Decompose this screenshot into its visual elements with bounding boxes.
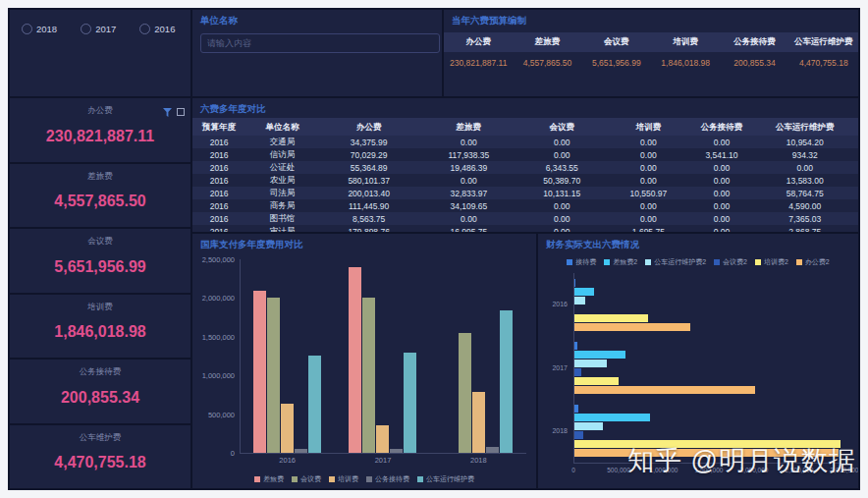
kpi-card-3: 会议费5,651,956.99 xyxy=(10,229,190,293)
legend-item-培训费2[interactable]: 培训费2 xyxy=(755,257,788,267)
kpi-card-2: 差旅费4,557,865.50 xyxy=(10,164,190,228)
table-row[interactable]: 2016农业局580,101.370.0050,389.700.000.0013… xyxy=(192,174,858,187)
year-radio-2018[interactable]: 2018 xyxy=(22,24,57,34)
kpi-value: 5,651,956.99 xyxy=(54,248,145,293)
legend-label: 培训费 xyxy=(338,474,358,484)
table-cell: 0.00 xyxy=(691,199,751,212)
table-cell: 0.00 xyxy=(691,136,751,148)
bar-会议费-2018[interactable] xyxy=(459,333,471,453)
year-radio-2016[interactable]: 2016 xyxy=(139,24,175,34)
bar-会议费-2017[interactable] xyxy=(362,298,375,453)
bar-接待费-2018[interactable] xyxy=(574,405,578,413)
bar-差旅费2-2017[interactable] xyxy=(574,351,625,359)
radio-circle-icon xyxy=(139,24,150,34)
table-cell: 55,364.89 xyxy=(319,161,419,174)
kpi-value: 4,557,865.50 xyxy=(54,183,145,228)
bar-公车运行维护费2-2018[interactable] xyxy=(574,422,603,430)
table-cell: 3,541.10 xyxy=(691,148,751,161)
y-category-label: 2017 xyxy=(540,364,568,371)
table-cell: 4,590.00 xyxy=(751,199,858,212)
bar-会议费2-2017[interactable] xyxy=(574,368,581,376)
table-cell: 交通局 xyxy=(245,136,319,148)
legend-item-培训费[interactable]: 培训费 xyxy=(329,474,358,484)
page: 201820172016 单位名称 当年六费预算编制 办公费差旅费会议费培训费公… xyxy=(0,0,868,498)
bar-公车运行维护费2-2016[interactable] xyxy=(574,297,585,304)
bar-差旅费-2017[interactable] xyxy=(349,267,361,453)
table-col-header: 单位名称 xyxy=(245,118,319,136)
kpi-label: 办公费 xyxy=(87,105,113,117)
bar-培训费-2018[interactable] xyxy=(472,392,485,453)
table-cell: 32,833.97 xyxy=(419,187,519,199)
kpi-label: 会议费 xyxy=(87,236,113,248)
bar-差旅费2-2016[interactable] xyxy=(574,288,594,296)
budget-value: 5,651,956.99 xyxy=(582,52,651,74)
table-col-header: 预算年度 xyxy=(192,118,245,136)
filter-funnel-icon[interactable] xyxy=(163,103,172,121)
watermark: 知乎 @明月说数据 xyxy=(627,443,856,478)
table-cell: 2016 xyxy=(192,136,245,148)
table-cell: 司法局 xyxy=(245,187,319,199)
legend-item-接待费[interactable]: 接待费 xyxy=(567,257,596,267)
bar-公务接待费-2016[interactable] xyxy=(295,449,307,453)
legend-swatch xyxy=(567,259,572,265)
bar-公车运行维护费-2018[interactable] xyxy=(500,310,513,453)
kpi-label: 公务接待费 xyxy=(80,366,122,378)
table-row[interactable]: 2016交通局34,375.990.000.000.000.0010,954.2… xyxy=(192,136,858,148)
table-cell: 34,375.99 xyxy=(319,136,419,148)
treasury-payment-chart-panel: 国库支付多年度费用对比 0500,0001,000,0001,500,0002,… xyxy=(192,234,536,488)
bar-办公费2-2017[interactable] xyxy=(574,386,755,394)
table-row[interactable]: 2016公证处55,364.8919,486.396,343.550.000.0… xyxy=(192,161,858,174)
bar-公车运行维护费2-2017[interactable] xyxy=(574,360,607,367)
legend-item-差旅费[interactable]: 差旅费 xyxy=(254,474,284,484)
table-row[interactable]: 2016商务局111,445.9034,109.650.000.000.004,… xyxy=(192,199,858,212)
y-category-label: 2016 xyxy=(540,301,568,307)
bar-会议费2-2018[interactable] xyxy=(574,431,583,439)
table-row[interactable]: 2016信访局70,029.29117,938.350.000.003,541.… xyxy=(192,148,858,161)
bar-培训费2-2017[interactable] xyxy=(574,377,619,385)
bar-会议费-2016[interactable] xyxy=(267,298,280,453)
kpi-card-1: 办公费230,821,887.11 xyxy=(10,98,190,162)
bar-差旅费-2016[interactable] xyxy=(253,291,266,453)
table-cell: 10,131.15 xyxy=(518,187,605,199)
bar-接待费-2016[interactable] xyxy=(574,279,575,287)
bar-公车运行维护费-2016[interactable] xyxy=(308,356,321,453)
bar-差旅费2-2018[interactable] xyxy=(574,414,650,421)
unit-name-input[interactable] xyxy=(200,33,440,53)
chart-legend: 接待费差旅费2公车运行维护费2会议费2培训费2办公费2 xyxy=(538,257,858,267)
legend-item-差旅费2[interactable]: 差旅费2 xyxy=(604,257,637,267)
kpi-label: 公车维护费 xyxy=(80,432,122,444)
legend-label: 公车运行维护费 xyxy=(426,474,474,484)
table-row[interactable]: 2016审计局179,898.7616,995.750.001,695.750.… xyxy=(192,225,858,232)
bar-办公费2-2016[interactable] xyxy=(574,323,690,331)
table-cell: 0.00 xyxy=(691,187,751,199)
legend-item-办公费2[interactable]: 办公费2 xyxy=(796,257,830,267)
table-cell: 0.00 xyxy=(605,199,691,212)
table-cell: 图书馆 xyxy=(245,212,319,225)
table-cell: 934.32 xyxy=(751,148,858,161)
kpi-value: 230,821,887.11 xyxy=(46,117,154,162)
kpi-value: 1,846,018.98 xyxy=(54,313,145,359)
legend-item-会议费2[interactable]: 会议费2 xyxy=(714,257,747,267)
table-row[interactable]: 2016图书馆8,563.750.000.000.000.007,365.03 xyxy=(192,212,858,225)
legend-label: 培训费2 xyxy=(764,257,788,267)
table-cell: 0.00 xyxy=(691,212,751,225)
table-row[interactable]: 2016司法局200,013.4032,833.9710,131.1510,55… xyxy=(192,187,858,199)
year-radio-2017[interactable]: 2017 xyxy=(81,24,116,34)
bar-接待费-2017[interactable] xyxy=(574,342,577,350)
bar-培训费2-2016[interactable] xyxy=(574,314,648,322)
bar-公务接待费-2017[interactable] xyxy=(390,449,403,453)
legend-item-公车运行维护费[interactable]: 公车运行维护费 xyxy=(417,474,474,484)
x-tick-label: 0 xyxy=(550,467,597,473)
table-cell: 0.00 xyxy=(605,148,691,161)
comparison-table-title: 六费多年度对比 xyxy=(192,98,858,118)
legend-item-会议费[interactable]: 会议费 xyxy=(292,474,321,484)
bar-培训费-2017[interactable] xyxy=(376,425,389,453)
legend-item-公务接待费[interactable]: 公务接待费 xyxy=(366,474,409,484)
bar-公车运行维护费-2017[interactable] xyxy=(404,353,416,453)
maximize-icon[interactable] xyxy=(177,108,185,116)
bar-培训费-2016[interactable] xyxy=(281,404,294,453)
bar-公务接待费-2018[interactable] xyxy=(486,447,499,453)
table-cell: 19,486.39 xyxy=(419,161,519,174)
legend-item-公车运行维护费2[interactable]: 公车运行维护费2 xyxy=(645,257,706,267)
legend-swatch xyxy=(254,476,260,482)
